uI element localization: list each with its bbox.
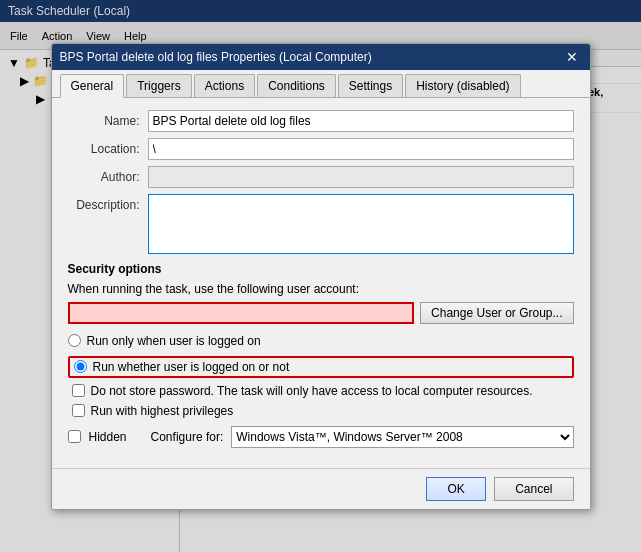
checkbox-do-not-store-row: Do not store password. The task will onl… [68,384,574,398]
user-account-input[interactable] [68,302,415,324]
do-not-store-label: Do not store password. The task will onl… [91,384,533,398]
name-row: Name: [68,110,574,132]
cancel-button[interactable]: Cancel [494,477,573,501]
do-not-store-checkbox[interactable] [72,384,85,397]
account-label: When running the task, use the following… [68,282,574,296]
properties-dialog: BPS Portal delete old log files Properti… [51,43,591,510]
author-input[interactable] [148,166,574,188]
author-label: Author: [68,170,148,184]
modal-body: Name: Location: Author: Description: Sec… [52,98,590,460]
ok-button[interactable]: OK [426,477,486,501]
location-label: Location: [68,142,148,156]
modal-tabs: General Triggers Actions Conditions Sett… [52,70,590,98]
radio-whether-logged-on-label: Run whether user is logged on or not [93,360,290,374]
hidden-row: Hidden [68,430,127,444]
description-label: Description: [68,194,148,212]
author-row: Author: [68,166,574,188]
radio-whether-logged-on: Run whether user is logged on or not [68,356,574,378]
configure-row: Hidden Configure for: Windows Vista™, Wi… [68,426,574,448]
name-label: Name: [68,114,148,128]
modal-titlebar: BPS Portal delete old log files Properti… [52,44,590,70]
radio-logged-on-only-label: Run only when user is logged on [87,334,261,348]
location-row: Location: [68,138,574,160]
configure-select[interactable]: Windows Vista™, Windows Server™ 2008Wind… [231,426,573,448]
description-row: Description: [68,194,574,254]
security-section-title: Security options [68,262,574,276]
radio-whether-logged-on-input[interactable] [74,360,87,373]
tab-history[interactable]: History (disabled) [405,74,520,97]
name-input[interactable] [148,110,574,132]
tab-actions[interactable]: Actions [194,74,255,97]
location-input[interactable] [148,138,574,160]
user-account-row: Change User or Group... [68,302,574,324]
tab-conditions[interactable]: Conditions [257,74,336,97]
hidden-checkbox[interactable] [68,430,81,443]
hidden-label: Hidden [89,430,127,444]
radio-logged-on-only: Run only when user is logged on [68,332,574,350]
description-textarea[interactable] [148,194,574,254]
close-button[interactable]: ✕ [562,47,582,67]
modal-overlay: BPS Portal delete old log files Properti… [0,0,641,552]
configure-label: Configure for: [151,430,224,444]
run-highest-privileges-label: Run with highest privileges [91,404,234,418]
change-user-group-button[interactable]: Change User or Group... [420,302,573,324]
run-highest-privileges-checkbox[interactable] [72,404,85,417]
tab-general[interactable]: General [60,74,125,98]
checkbox-highest-privileges-row: Run with highest privileges [68,404,574,418]
radio-logged-on-only-input[interactable] [68,334,81,347]
modal-title: BPS Portal delete old log files Properti… [60,50,372,64]
modal-footer: OK Cancel [52,468,590,509]
tab-triggers[interactable]: Triggers [126,74,192,97]
tab-settings[interactable]: Settings [338,74,403,97]
